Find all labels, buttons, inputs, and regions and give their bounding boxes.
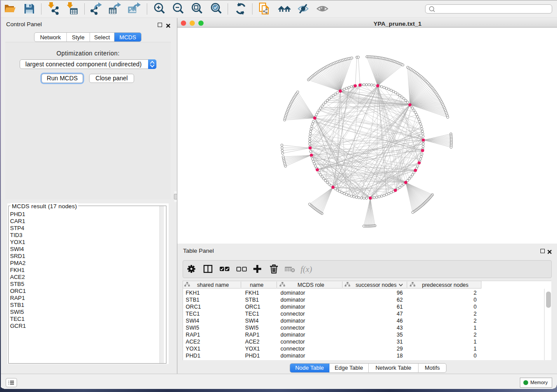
svg-text:f(x): f(x) xyxy=(301,265,312,274)
